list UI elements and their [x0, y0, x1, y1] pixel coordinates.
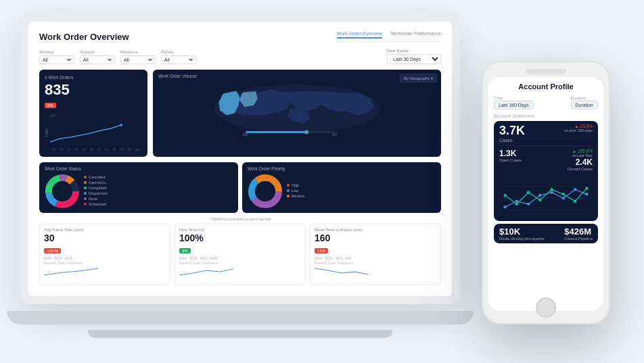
svg-point-34 [550, 188, 553, 191]
cases-change: ▲ 23.9% [564, 124, 593, 128]
svg-point-28 [574, 188, 576, 191]
metric-mean-time-repair: Mean Time to Repair (min) 160 11% W19W20… [310, 224, 441, 285]
phone-filter-time-btn[interactable]: Last 180 Days [494, 101, 534, 110]
phone-cases-right: ▲ 23.9% vs prior 180 days [564, 124, 593, 132]
closed-cases-label: Closed Cases [568, 167, 593, 171]
phone-filter-duration-label: Duration [571, 96, 598, 100]
filter-resource-select[interactable]: All [120, 55, 156, 64]
metrics-row: Avg Travel Time (min) 30 -131% W19W20W21… [39, 224, 441, 285]
by-geography-btn[interactable]: By Geography ▾ [400, 74, 437, 82]
metric-repair-badge: 11% [315, 248, 328, 253]
metric-first-fix-title: First Time Fix [179, 228, 301, 232]
work-orders-value: 835 [45, 82, 142, 97]
priority-donut-chart [248, 174, 283, 209]
filters-bar: Territory All Account All Re [39, 49, 441, 64]
filter-priority-select[interactable]: All [161, 55, 196, 64]
repair-sparkline [315, 265, 369, 279]
laptop-body: Work Order Overview Work Order Overview … [20, 14, 460, 304]
phone-line-chart [499, 175, 593, 216]
date-range-label: Date Range [387, 49, 441, 53]
filter-territory-select[interactable]: All [39, 55, 74, 64]
open-cases-label: Open Cases [499, 158, 522, 162]
filter-priority: Priority All [161, 50, 196, 64]
svg-point-18 [255, 181, 275, 201]
deals-closing-label: Deals closing this quarter [499, 237, 545, 241]
work-order-volume-box: Work Order Volume By Geography ▾ [153, 70, 441, 157]
metric-avg-travel-weeks: W19W20W21 [44, 256, 166, 260]
svg-point-27 [562, 197, 565, 199]
metric-first-time-fix: First Time Fix 100% 3% W19W20W21W22 Earl… [175, 224, 306, 285]
metric-repair-value: 160 [315, 233, 436, 243]
svg-point-29 [585, 193, 588, 195]
dashboard: Work Order Overview Work Order Overview … [28, 22, 452, 296]
svg-point-33 [538, 199, 541, 201]
metric-repair-title: Mean Time to Repair (min) [315, 228, 436, 232]
work-order-priority-box: Work Order Priority H [242, 162, 441, 213]
metrics-note: * Metrics compared to prior period [39, 217, 441, 221]
closed-pipeline-label: Closed Pipeline [564, 237, 593, 241]
phone-cases-row: 3.7K Cases ▲ 23.9% vs prior 180 days [499, 124, 593, 146]
us-map: 245 327 [158, 80, 436, 137]
donut-row: Work Order Status [39, 162, 441, 213]
metric-avg-travel: Avg Travel Time (min) 30 -131% W19W20W21… [39, 224, 170, 285]
phone-closed-pipeline: $426M Closed Pipeline [564, 226, 593, 241]
closed-pipeline-value: $426M [564, 226, 593, 237]
svg-point-32 [527, 191, 530, 194]
metric-avg-travel-badge: -131% [44, 248, 61, 253]
filter-territory: Territory All [39, 50, 74, 64]
metric-first-fix-badge: 3% [179, 248, 191, 253]
dashboard-title: Work Order Overview [39, 32, 129, 42]
date-range-group: Date Range Last 30 Days [387, 49, 441, 64]
status-donut-chart [45, 174, 80, 209]
tab-technician-performance[interactable]: Technician Performance [390, 31, 441, 39]
phone-home-button[interactable] [536, 297, 556, 318]
phone-title: Account Profile [495, 82, 597, 91]
phone-filters: Time Last 180 Days Duration Duration [488, 93, 603, 112]
priority-donut-content: High Low Medium [248, 174, 436, 209]
svg-point-25 [538, 194, 541, 197]
svg-point-26 [550, 191, 553, 194]
open-cases-value: 1.3K [499, 149, 522, 158]
phone-filter-duration-group: Duration Duration [571, 96, 598, 110]
svg-point-35 [562, 193, 565, 195]
status-donut-content: Cancelled CannotCo... Completed Dispatch… [45, 174, 233, 209]
laptop-screen: Work Order Overview Work Order Overview … [28, 22, 452, 296]
svg-point-0 [120, 124, 122, 126]
filter-territory-label: Territory [39, 50, 74, 54]
filter-resource: Resource All [120, 50, 156, 64]
tab-work-order-overview[interactable]: Work Order Overview [337, 31, 382, 39]
filter-resource-label: Resource [120, 50, 156, 54]
work-order-status-box: Work Order Status [39, 162, 238, 213]
filter-account: Account All [80, 50, 115, 64]
work-orders-box: # Work Orders 835 8% # WO 200 [39, 70, 147, 157]
svg-point-31 [515, 203, 518, 205]
phone-filter-duration-btn[interactable]: Duration [571, 101, 598, 110]
svg-point-13 [52, 181, 72, 201]
svg-point-22 [503, 205, 506, 208]
priority-legend: High Low Medium [287, 183, 305, 199]
metric-first-fix-weeks: W19W20W21W22 [179, 256, 301, 260]
status-title: Work Order Status [45, 166, 233, 171]
status-legend: Cancelled CannotCo... Completed Dispatch… [84, 175, 108, 208]
phone-chart-svg [499, 175, 593, 216]
laptop: Work Order Overview Work Order Overview … [20, 14, 467, 345]
phone-cases-left: 3.7K Cases [499, 124, 525, 143]
svg-point-24 [527, 203, 530, 205]
filter-account-select[interactable]: All [80, 55, 115, 64]
svg-text:327: 327 [332, 133, 338, 137]
cases-value: 3.7K [499, 124, 525, 138]
cases-label: Cases [499, 138, 525, 143]
first-fix-sparkline [179, 265, 233, 279]
phone-body: Account Profile Time Last 180 Days Durat… [482, 61, 610, 324]
phone-open-cases: 1.3K Open Cases [499, 149, 522, 171]
date-range-select[interactable]: Last 30 Days [387, 54, 441, 64]
svg-text:245: 245 [243, 133, 248, 137]
work-orders-label: # Work Orders [45, 75, 142, 80]
top-charts-row: # Work Orders 835 8% # WO 200 [39, 70, 441, 157]
svg-point-4 [304, 130, 308, 135]
metric-first-fix-value: 100% [179, 233, 301, 243]
metric-repair-weeks: W19W20W21W2 [315, 256, 436, 260]
phone: Account Profile Time Last 180 Days Durat… [482, 61, 610, 324]
cases-change-label: vs prior 180 days [564, 128, 593, 132]
phone-filter-time-label: Time [494, 96, 534, 100]
